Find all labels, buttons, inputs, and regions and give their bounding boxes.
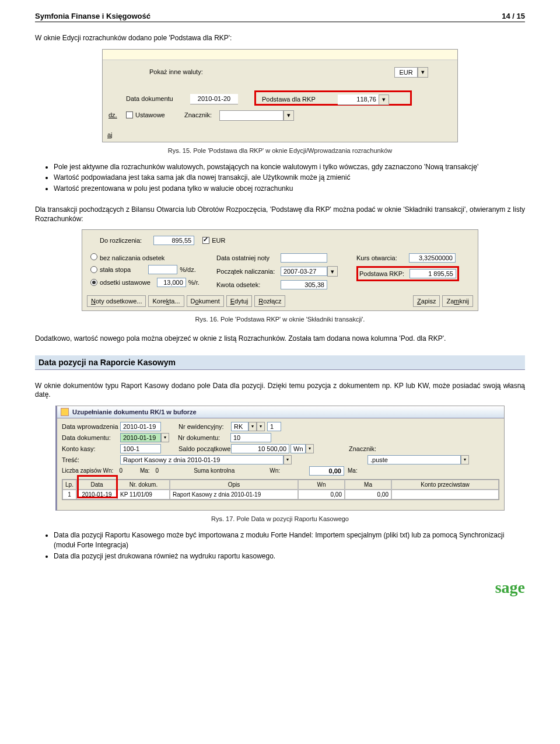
znacznik-value3[interactable]: .puste [368, 455, 461, 464]
pocz-nal-label: Początek naliczania: [216, 268, 281, 275]
col-konto: Konto przeciwstaw [391, 480, 499, 490]
nr-ew-sel[interactable]: RK [231, 422, 249, 431]
data-dok-dropdown-icon[interactable]: ▾ [161, 433, 169, 442]
tresc-value[interactable]: Raport Kasowy z dnia 2010-01-19 [120, 455, 284, 464]
podstawa-value[interactable]: 118,76 [338, 95, 379, 105]
suma-ma-label: Ma: [348, 467, 358, 474]
btn-zapisz[interactable]: Zapisz [413, 295, 440, 307]
paragraph-3: Dodatkowo, wartość nowego pola można obe… [35, 334, 525, 344]
highlight-red-box: Podstawa dla RKP 118,76 ▾ [254, 90, 412, 106]
podstawa-rkp-value[interactable]: 1 895,55 [410, 269, 456, 278]
wn-dropdown-icon[interactable]: ▾ [306, 444, 314, 453]
doc-header-page: 14 / 15 [502, 12, 525, 20]
radio-stala[interactable] [90, 266, 97, 273]
data-ost-value[interactable] [281, 253, 327, 263]
data-wprow-label: Data wprowadzenia [62, 423, 120, 430]
data-wprow-value[interactable]: 2010-01-19 [120, 422, 161, 431]
screenshot-2: Do rozliczenia: 895,55 EUR bez naliczani… [82, 229, 478, 311]
caption-3: Rys. 17. Pole Data w pozycji Raportu Kas… [35, 515, 525, 522]
window-icon [61, 408, 69, 416]
radio-ustawowe[interactable] [90, 279, 97, 286]
btn-noty[interactable]: NNoty odsetkowe...oty odsetkowe... [87, 295, 146, 307]
caption-1: Rys. 15. Pole 'Podstawa dla RKP' w oknie… [35, 147, 525, 154]
col-nrdokum: Nr. dokum. [117, 480, 170, 490]
bullet-item: Wartość podpowiadana jest taka sama jak … [54, 173, 525, 183]
cell-wn: 0,00 [298, 490, 345, 500]
saldo-pocz-value[interactable]: 10 500,00 [231, 444, 289, 453]
kwota-ods-value: 305,38 [281, 280, 327, 289]
eur-label: EUR [212, 237, 225, 244]
intro-paragraph-1: W oknie Edycji rozrachunków dodano pole … [35, 34, 525, 43]
col-opis: Opis [170, 480, 298, 490]
radio-ustawowe-label: odsetki ustawowe [100, 279, 150, 286]
podstawa-dropdown-icon[interactable]: ▾ [379, 95, 389, 105]
section-heading: Data pozycji na Raporcie Kasowym [35, 355, 525, 370]
konto-kasy-value[interactable]: 100-1 [120, 444, 161, 453]
currency-dropdown-icon[interactable]: ▾ [418, 67, 428, 78]
intro-paragraph-2: Dla transakcji pochodzących z Bilansu Ot… [35, 205, 525, 223]
liczba-label: Liczba zapisów Wn: [62, 467, 113, 474]
col-ma: Ma [345, 480, 391, 490]
btn-edytuj[interactable]: Edytuj [226, 295, 253, 307]
btn-zamknij[interactable]: Zamknij [442, 295, 473, 307]
znacznik-input[interactable] [219, 110, 284, 121]
pc-r-label: %/r. [188, 279, 200, 286]
nr-dok-label: Nr dokumentu: [178, 434, 230, 441]
bullet-list-1: Pole jest aktywne dla rozrachunków walut… [54, 162, 525, 194]
doc-header-title: Symfonia Finanse i Księgowość [35, 12, 150, 20]
wn-label: Wn [290, 444, 306, 453]
ustawowe-checkbox[interactable] [126, 111, 133, 118]
nr-ew-label: Nr ewidencyjny: [178, 423, 231, 430]
bullet-list-2: Data dla pozycji Raportu Kasowego może b… [54, 530, 525, 561]
btn-dokument[interactable]: Dokument [187, 295, 224, 307]
pocz-nal-value[interactable]: 2007-03-27 [281, 267, 327, 276]
nr-dok-value[interactable]: 10 [230, 433, 271, 442]
caption-2: Rys. 16. Pole 'Podstawa RKP' w oknie 'Sk… [35, 316, 525, 323]
cell-lp: 1 [62, 490, 76, 500]
data-ost-label: Data ostatniej noty [216, 254, 281, 261]
table-row[interactable]: 1 2010-01-19 KP 11/01/09 Raport Kasowy z… [62, 490, 499, 500]
kwota-ods-label: Kwota odsetek: [216, 281, 281, 288]
radio-bez[interactable] [90, 253, 97, 260]
cell-konto [391, 490, 499, 500]
znacznik-dropdown3-icon[interactable]: ▾ [461, 455, 469, 464]
radio-stala-label: stała stopa [100, 266, 131, 273]
suma-k-label: Suma kontrolna [194, 467, 235, 474]
bullet-item: Pole jest aktywne dla rozrachunków walut… [54, 162, 525, 172]
data-dok-value[interactable]: 2010-01-20 [190, 94, 238, 104]
col-wn: Wn [298, 480, 345, 490]
btn-rozlacz[interactable]: Rozłącz [254, 295, 285, 307]
nr-ew-num[interactable]: 1 [267, 422, 281, 431]
ustawowe-label: Ustawowe [135, 111, 167, 118]
cell-nrdokum: KP 11/01/09 [117, 490, 170, 500]
radio-bez-label: bez naliczania odsetek [100, 254, 164, 261]
suma-wn-value: 0,00 [309, 466, 344, 476]
data-dok-value3[interactable]: 2010-01-19 [120, 433, 161, 442]
nr-ew-f-dropdown-icon[interactable]: ▾ [257, 422, 265, 431]
znacznik-label: Znacznik: [184, 111, 214, 118]
paragraph-4: W oknie dokumentów typu Raport Kasowy do… [35, 382, 525, 400]
suma-wn-label: Wn: [270, 467, 280, 474]
podstawa-rkp-label: Podstawa RKP: [359, 270, 410, 277]
ma-label: Ma: [140, 467, 150, 474]
saldo-pocz-label: Saldo początkowe: [178, 445, 231, 452]
pokaz-inne-label: Pokaż inne waluty: [149, 68, 205, 75]
window-title: Uzupełnianie dokumentu RK/1 w buforze [72, 408, 197, 415]
col-lp: Lp. [62, 480, 76, 490]
liczba-value: 0 [119, 467, 123, 474]
stala-input[interactable] [148, 265, 177, 274]
tresc-dropdown-icon[interactable]: ▾ [284, 455, 292, 464]
nr-ew-sel-dropdown-icon[interactable]: ▾ [249, 422, 257, 431]
bullet-item: Data dla pozycji Raportu Kasowego może b… [54, 530, 525, 550]
konto-kasy-label: Konto kasy: [62, 445, 120, 452]
znacznik-dropdown-icon[interactable]: ▾ [284, 110, 294, 121]
tresc-label: Treść: [62, 456, 120, 463]
eur-checkbox[interactable] [202, 237, 209, 244]
do-rozliczenia-value: 895,55 [153, 236, 194, 245]
bottom-text: aj [107, 131, 115, 138]
znacznik-label3: Znacznik: [349, 445, 384, 452]
pocz-nal-dropdown-icon[interactable]: ▾ [327, 266, 338, 277]
btn-korekta[interactable]: Korekta... [148, 295, 184, 307]
dz-label: dz. [108, 111, 120, 118]
do-rozliczenia-label: Do rozliczenia: [100, 237, 142, 244]
